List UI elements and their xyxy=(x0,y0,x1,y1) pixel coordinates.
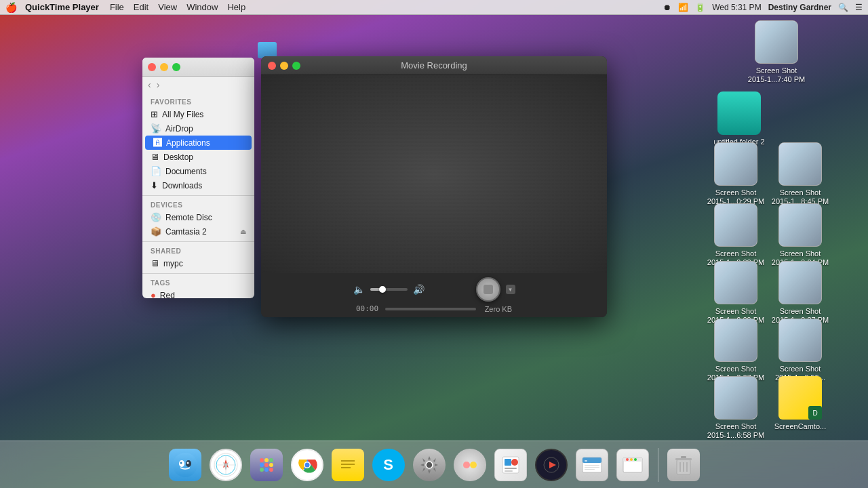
menubar-right: ⏺ 📶 🔋 Wed 5:31 PM Destiny Gardner 🔍 ☰ xyxy=(663,3,863,12)
dock-launchpad[interactable] xyxy=(248,447,285,483)
menu-window[interactable]: Window xyxy=(186,2,218,12)
svg-rect-42 xyxy=(585,465,599,466)
sidebar-item-airdrop[interactable]: 📡 AirDrop xyxy=(142,121,254,136)
dock-divider xyxy=(658,448,658,482)
svg-rect-41 xyxy=(585,460,587,462)
screencam-label: ScreenCamto... xyxy=(774,422,826,431)
airdrop-label: AirDrop xyxy=(165,124,193,134)
volume-knob[interactable] xyxy=(379,286,386,293)
dock: S xyxy=(0,441,868,488)
record-dropdown[interactable]: ▼ xyxy=(506,285,515,294)
desktop-label: Desktop xyxy=(163,152,193,162)
screenshot10-thumb xyxy=(714,376,757,420)
divider2 xyxy=(142,241,254,242)
applications-label: Applications xyxy=(166,138,210,148)
dock-gamecenter[interactable] xyxy=(452,447,488,483)
downloads-icon: ⬇ xyxy=(151,180,158,190)
sidebar-item-remote-disc[interactable]: 💿 Remote Disc xyxy=(142,210,254,224)
qt-preview-area xyxy=(261,75,607,273)
svg-point-33 xyxy=(511,459,518,466)
documents-label: Documents xyxy=(165,167,207,176)
sidebar-item-applications[interactable]: 🅰 Applications xyxy=(145,136,252,150)
volume-track[interactable] xyxy=(370,288,408,291)
mypc-icon: 🖥 xyxy=(151,258,159,268)
svg-point-18 xyxy=(264,468,269,472)
sidebar-item-all-my-files[interactable]: ⊞ All My Files xyxy=(142,107,254,121)
svg-rect-35 xyxy=(505,470,513,472)
desktop-icon-screencam[interactable]: D ScreenCamto... xyxy=(770,376,831,431)
qt-window: Movie Recording 🔈 🔊 ▼ 00:00 Zero KB xyxy=(261,56,607,317)
dock-safari[interactable] xyxy=(208,447,244,483)
recording-indicator: ⏺ xyxy=(663,3,671,12)
sidebar-item-mypc[interactable]: 🖥 mypc xyxy=(142,256,254,270)
sidebar-item-red-tag[interactable]: ● Red xyxy=(142,288,254,298)
dock-finder[interactable] xyxy=(167,447,203,483)
applications-icon: 🅰 xyxy=(153,138,162,148)
menubar: 🍎 QuickTime Player File Edit View Window… xyxy=(0,0,868,15)
menu-help[interactable]: Help xyxy=(227,2,245,12)
forward-button[interactable]: › xyxy=(157,79,160,90)
qt-minimize-button[interactable] xyxy=(280,62,288,70)
dock-safari2[interactable] xyxy=(614,447,651,483)
desktop-icon-screenshot4[interactable]: Screen Shot2015-1...9:22 PM xyxy=(705,203,766,267)
svg-rect-51 xyxy=(675,458,692,460)
record-button[interactable] xyxy=(476,277,500,302)
dock-quicktime[interactable] xyxy=(533,447,570,483)
tags-header: Tags xyxy=(142,277,254,288)
desktop-icon-screenshot3[interactable]: Screen Shot2015-1...8:45 PM xyxy=(770,142,831,206)
desktop-icon-screenshot8[interactable]: Screen Shot2015-1...3:07 PM xyxy=(705,319,766,382)
dock-prefs[interactable] xyxy=(411,447,448,483)
notes-icon xyxy=(332,449,364,481)
search-icon[interactable]: 🔍 xyxy=(838,3,848,12)
desktop-icon-screenshot1[interactable]: Screen Shot2015-1...7:40 PM xyxy=(746,20,807,84)
dock-notes[interactable] xyxy=(330,447,366,483)
untitled-folder-icon xyxy=(717,92,761,135)
dock-trash[interactable] xyxy=(665,447,702,483)
dock-preview[interactable] xyxy=(492,447,529,483)
finder2-icon xyxy=(576,449,608,481)
datetime: Wed 5:31 PM xyxy=(712,3,761,12)
svg-point-3 xyxy=(180,462,182,464)
qt-title: Movie Recording xyxy=(401,60,467,70)
qt-progress[interactable] xyxy=(385,308,476,310)
desktop-icon-screenshot5[interactable]: Screen Shot2015-1...9:04 PM xyxy=(770,203,831,267)
menu-file[interactable]: File xyxy=(110,2,124,12)
eject-icon[interactable]: ⏏ xyxy=(240,228,246,235)
desktop-icon-untitled-folder[interactable]: untitled folder 2 xyxy=(709,92,770,146)
qt-controls: 🔈 🔊 ▼ 00:00 Zero KB xyxy=(261,273,607,317)
devices-header: Devices xyxy=(142,199,254,210)
svg-point-12 xyxy=(264,458,269,462)
menu-edit[interactable]: Edit xyxy=(134,2,149,12)
sidebar-item-camtasia[interactable]: 📦 Camtasia 2 ⏏ xyxy=(142,224,254,239)
svg-rect-52 xyxy=(681,456,686,458)
menu-extra-icon[interactable]: ☰ xyxy=(855,3,863,12)
qt-close-button[interactable] xyxy=(268,62,276,70)
divider1 xyxy=(142,195,254,196)
qt-maximize-button[interactable] xyxy=(292,62,300,70)
maximize-button[interactable] xyxy=(172,63,180,71)
airdrop-icon: 📡 xyxy=(151,123,161,134)
dock-finder2[interactable] xyxy=(574,447,610,483)
mypc-label: mypc xyxy=(163,259,183,268)
close-button[interactable] xyxy=(148,63,156,71)
svg-point-15 xyxy=(264,463,269,467)
screenshot5-thumb xyxy=(778,203,822,247)
apple-menu[interactable]: 🍎 xyxy=(5,2,17,13)
volume-mute-icon[interactable]: 🔈 xyxy=(353,284,365,295)
dock-chrome[interactable] xyxy=(289,447,326,483)
sidebar-item-downloads[interactable]: ⬇ Downloads xyxy=(142,178,254,192)
desktop-icon-screenshot2[interactable]: Screen Shot2015-1...0:29 PM xyxy=(705,142,766,206)
svg-point-49 xyxy=(634,458,637,461)
desktop-icon-screenshot10[interactable]: Screen Shot2015-1...6:58 PM xyxy=(705,376,766,440)
desktop-icon-screenshot9[interactable]: Screen Shot2015-1...9:55... xyxy=(770,319,831,382)
dock-skype[interactable]: S xyxy=(370,447,407,483)
sidebar-item-desktop[interactable]: 🖥 Desktop xyxy=(142,150,254,164)
menu-view[interactable]: View xyxy=(158,2,177,12)
username: Destiny Gardner xyxy=(768,3,831,12)
back-button[interactable]: ‹ xyxy=(148,79,151,90)
sidebar-item-documents[interactable]: 📄 Documents xyxy=(142,164,254,178)
finder-window: ‹ › Favorites ⊞ All My Files 📡 AirDrop 🅰… xyxy=(142,58,254,298)
desktop-icon-screenshot6[interactable]: Screen Shot2015-1...0:09 PM xyxy=(705,261,766,325)
minimize-button[interactable] xyxy=(160,63,168,71)
desktop-icon-screenshot7[interactable]: Screen Shot2015-1...9:37 PM xyxy=(770,261,831,325)
